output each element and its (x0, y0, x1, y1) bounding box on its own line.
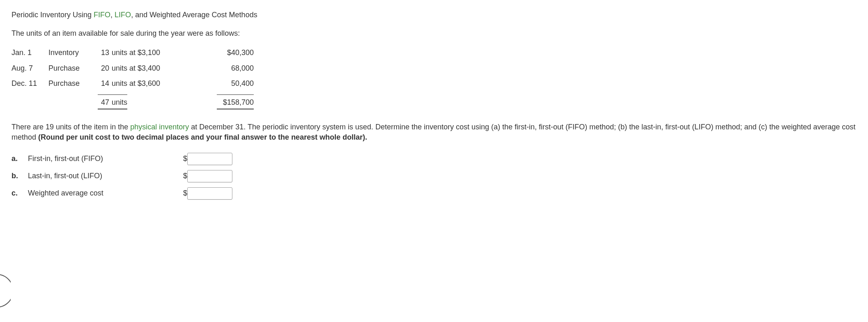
q-bold: (Round per unit cost to two decimal plac… (38, 133, 367, 141)
intro-text: The units of an item available for sale … (11, 28, 857, 39)
cell-units: 20 units at $3,400 (98, 63, 196, 74)
cell-date: Aug. 7 (11, 63, 48, 74)
total-amount: $158,700 (196, 94, 254, 110)
total-units-num: 47 (98, 97, 109, 108)
cell-date: Jan. 1 (11, 48, 48, 58)
cell-units: 14 units at $3,600 (98, 78, 196, 89)
cell-amount: $40,300 (196, 48, 254, 58)
total-units-text: units (109, 97, 127, 108)
title-post: , and Weighted Average Cost Methods (131, 11, 257, 19)
physical-inventory-link[interactable]: physical inventory (130, 123, 189, 131)
answer-letter: c. (11, 188, 28, 198)
inventory-table: Jan. 1 Inventory 13 units at $3,100 $40,… (11, 45, 857, 112)
units-num: 20 (98, 63, 109, 74)
cell-date: Dec. 11 (11, 78, 48, 89)
answer-label: First-in, first-out (FIFO) (28, 154, 180, 164)
cell-desc: Purchase (48, 63, 98, 74)
answer-row-a: a. First-in, first-out (FIFO) $ (11, 150, 857, 168)
fifo-input[interactable] (187, 153, 232, 165)
q-part1a: There are 19 units of the item in the (11, 123, 130, 131)
table-row: Jan. 1 Inventory 13 units at $3,100 $40,… (11, 45, 857, 60)
answer-row-c: c. Weighted average cost $ (11, 185, 857, 202)
fifo-link[interactable]: FIFO (94, 11, 110, 19)
question-text: There are 19 units of the item in the ph… (11, 122, 857, 143)
total-units: 47 units (98, 94, 196, 110)
table-row: Dec. 11 Purchase 14 units at $3,600 50,4… (11, 76, 857, 91)
currency-symbol: $ (180, 171, 187, 181)
answer-letter: b. (11, 171, 28, 181)
answer-row-b: b. Last-in, first-out (LIFO) $ (11, 168, 857, 185)
problem-title: Periodic Inventory Using FIFO, LIFO, and… (11, 10, 857, 20)
title-pre: Periodic Inventory Using (11, 11, 94, 19)
units-text: units at $3,600 (109, 78, 160, 89)
answer-label: Weighted average cost (28, 188, 180, 198)
answer-letter: a. (11, 154, 28, 164)
lifo-link[interactable]: LIFO (115, 11, 131, 19)
units-text: units at $3,100 (109, 48, 160, 58)
currency-symbol: $ (180, 188, 187, 198)
lifo-input[interactable] (187, 170, 232, 182)
answers-section: a. First-in, first-out (FIFO) $ b. Last-… (11, 150, 857, 202)
table-row: Aug. 7 Purchase 20 units at $3,400 68,00… (11, 61, 857, 76)
cell-desc: Inventory (48, 48, 98, 58)
currency-symbol: $ (180, 154, 187, 164)
table-total-row: 47 units $158,700 (11, 91, 857, 112)
cell-units: 13 units at $3,100 (98, 48, 196, 58)
units-text: units at $3,400 (109, 63, 160, 74)
cell-amount: 68,000 (196, 63, 254, 74)
units-num: 13 (98, 48, 109, 58)
units-num: 14 (98, 78, 109, 89)
title-sep1: , (110, 11, 115, 19)
answer-label: Last-in, first-out (LIFO) (28, 171, 180, 181)
wavg-input[interactable] (187, 187, 232, 200)
cell-amount: 50,400 (196, 78, 254, 89)
cell-desc: Purchase (48, 78, 98, 89)
